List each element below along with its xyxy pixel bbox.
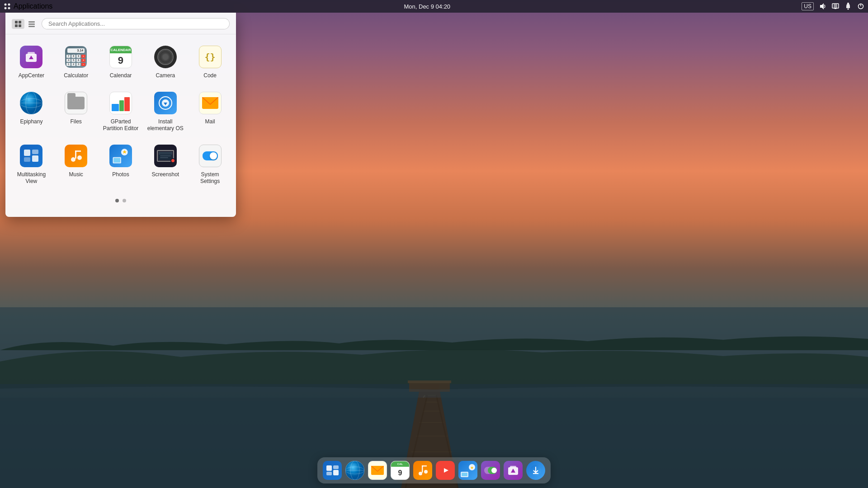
app-item-camera[interactable]: Camera [143, 39, 188, 85]
app-item-screenshot[interactable]: Screenshot [143, 138, 188, 191]
volume-icon[interactable] [819, 3, 826, 10]
svg-rect-46 [112, 104, 119, 111]
applications-menu[interactable]: Applications [4, 2, 52, 10]
app-label-system-settings: System Settings [191, 171, 229, 185]
app-item-mail[interactable]: Mail [188, 85, 232, 138]
notifications-icon[interactable] [844, 3, 852, 10]
app-item-calculator[interactable]: 3.14 789÷ 456× 123− Calculator [54, 39, 99, 85]
app-label-code: Code [203, 72, 217, 80]
search-bar [5, 13, 236, 34]
svg-point-81 [491, 468, 497, 473]
app-label-mail: Mail [205, 118, 215, 126]
keyboard-indicator[interactable]: US [802, 2, 814, 10]
svg-rect-47 [119, 100, 124, 111]
dock-item-appcenter[interactable] [503, 460, 524, 481]
svg-rect-34 [19, 24, 21, 27]
display-icon[interactable] [832, 3, 839, 10]
svg-point-19 [8, 4, 10, 6]
svg-rect-36 [28, 23, 35, 25]
svg-rect-59 [113, 158, 120, 162]
svg-point-21 [8, 7, 10, 9]
app-item-code[interactable]: {} Code [188, 39, 232, 85]
app-item-photos[interactable]: Photos [99, 138, 143, 191]
app-label-files: Files [71, 118, 82, 126]
power-icon[interactable] [857, 3, 864, 10]
svg-rect-35 [28, 21, 35, 23]
svg-rect-28 [847, 3, 849, 4]
view-toggle-group [12, 19, 38, 29]
panel-indicators: US [802, 2, 864, 10]
app-label-multitasking-view: Multitasking View [12, 171, 51, 185]
app-label-music: Music [69, 171, 83, 178]
search-input[interactable] [42, 18, 230, 29]
dock-item-multitasking[interactable] [322, 460, 343, 481]
svg-rect-33 [15, 24, 18, 27]
svg-text:★: ★ [470, 465, 474, 470]
app-item-gparted[interactable]: GParted Partition Editor [99, 85, 143, 138]
app-item-multitasking-view[interactable]: Multitasking View [9, 138, 54, 191]
dock-item-system-settings[interactable] [480, 460, 501, 481]
svg-point-54 [77, 155, 82, 160]
svg-rect-76 [462, 473, 467, 476]
page-dots [5, 195, 236, 208]
app-label-epiphany: Epiphany [20, 118, 42, 126]
app-item-calendar[interactable]: CALENDAR 9 Calendar [99, 39, 143, 85]
svg-rect-26 [835, 8, 836, 9]
svg-point-27 [847, 9, 849, 10]
dock-item-videos[interactable] [435, 460, 456, 481]
dock: CAL 9 [317, 457, 551, 483]
svg-rect-31 [15, 21, 18, 23]
app-label-gparted: GParted Partition Editor [101, 118, 140, 132]
app-label-camera: Camera [156, 72, 175, 80]
applications-icon [4, 3, 11, 10]
page-dot-1[interactable] [115, 199, 119, 202]
app-label-calculator: Calculator [64, 72, 88, 80]
dock-item-music[interactable] [412, 460, 433, 481]
datetime-display: Mon, Dec 9 04:20 [404, 3, 450, 10]
svg-point-20 [5, 7, 7, 9]
app-label-photos: Photos [112, 171, 129, 178]
app-item-install-elementary[interactable]: Install elementary OS [143, 85, 188, 138]
app-label-install-elementary: Install elementary OS [146, 118, 184, 132]
list-view-button[interactable] [25, 19, 38, 29]
svg-rect-39 [28, 52, 35, 55]
app-item-system-settings[interactable]: System Settings [188, 138, 232, 191]
svg-rect-17 [408, 380, 451, 383]
app-label-screenshot: Screenshot [151, 171, 179, 178]
app-item-appcenter[interactable]: AppCenter [9, 39, 54, 85]
app-label-calendar: Calendar [110, 72, 132, 80]
svg-rect-56 [75, 150, 81, 152]
svg-rect-37 [28, 26, 35, 27]
svg-rect-24 [834, 4, 837, 8]
app-item-files[interactable]: Files [54, 85, 99, 138]
svg-rect-83 [510, 466, 516, 468]
svg-rect-32 [19, 21, 21, 23]
grid-view-button[interactable] [12, 19, 24, 29]
applications-label: Applications [14, 2, 52, 10]
app-label-appcenter: AppCenter [19, 72, 44, 80]
top-panel: Applications Mon, Dec 9 04:20 US [0, 0, 868, 13]
dock-item-calendar[interactable]: CAL 9 [390, 460, 410, 481]
svg-rect-48 [124, 97, 130, 111]
dock-item-photos[interactable]: ★ [458, 460, 478, 481]
svg-point-68 [419, 472, 422, 475]
dock-item-epiphany[interactable] [344, 460, 365, 481]
svg-point-69 [424, 470, 428, 474]
page-dot-2[interactable] [123, 199, 126, 202]
desktop-background [0, 217, 868, 488]
dock-item-mail[interactable] [367, 460, 388, 481]
svg-rect-71 [422, 465, 427, 467]
apps-grid: AppCenter 3.14 789÷ 456× 123− Calc [5, 34, 236, 195]
app-item-music[interactable]: Music [54, 138, 99, 191]
app-item-epiphany[interactable]: Epiphany [9, 85, 54, 138]
dock-item-sideload[interactable] [525, 460, 546, 481]
svg-point-18 [5, 4, 7, 6]
app-launcher: AppCenter 3.14 789÷ 456× 123− Calc [5, 13, 236, 217]
svg-marker-22 [820, 3, 824, 9]
svg-point-53 [71, 157, 75, 162]
